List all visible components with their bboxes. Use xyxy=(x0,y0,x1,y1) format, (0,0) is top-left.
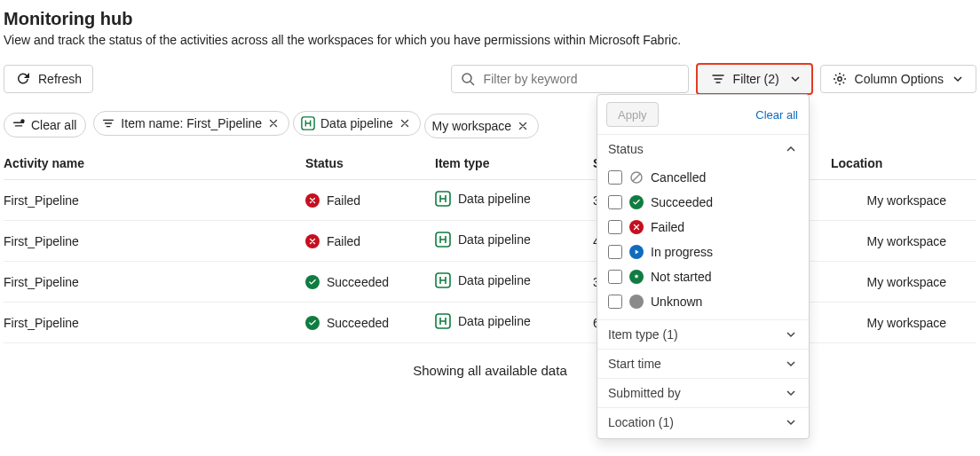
filter-chip[interactable]: My workspace xyxy=(424,114,539,138)
active-filters-row: Clear all Item name: First_Pipeline Data… xyxy=(4,111,976,138)
table-row[interactable]: First_Pipeline Failed Data pipeline 4:15… xyxy=(4,221,976,262)
remove-chip-icon[interactable] xyxy=(517,120,529,132)
filter-section-item-type[interactable]: Item type (1) xyxy=(597,319,809,349)
status-checkbox-cancelled[interactable] xyxy=(608,170,622,185)
filter-chip-label: My workspace xyxy=(432,119,511,133)
cell-activity-name: First_Pipeline xyxy=(4,221,305,262)
col-activity-name[interactable]: Activity name xyxy=(4,147,305,180)
col-location[interactable]: Location xyxy=(831,147,976,180)
cell-status: Failed xyxy=(305,193,360,208)
cell-location: My workspace xyxy=(831,303,976,343)
status-checkbox-inprogress[interactable] xyxy=(608,245,622,259)
column-options-button[interactable]: Column Options xyxy=(820,65,976,93)
filter-button[interactable]: Filter (2) xyxy=(696,63,813,95)
status-option-label: Unknown xyxy=(651,295,702,309)
filter-chip-label: Data pipeline xyxy=(320,116,393,130)
cell-item-type: Data pipeline xyxy=(435,232,531,248)
filter-chip[interactable]: Item name: First_Pipeline xyxy=(93,111,289,136)
status-cancelled-icon xyxy=(629,170,644,185)
filter-section-status[interactable]: Status xyxy=(597,134,809,163)
filter-status-options: Cancelled Succeeded Failed In progress N… xyxy=(597,163,809,319)
keyword-search[interactable] xyxy=(451,65,689,93)
chevron-up-icon xyxy=(784,142,798,156)
filter-section-status-label: Status xyxy=(608,142,644,156)
table-row[interactable]: First_Pipeline Failed Data pipeline 3:40… xyxy=(4,180,976,221)
filter-chip-label: Item name: First_Pipeline xyxy=(121,116,262,130)
data-pipeline-icon xyxy=(435,191,451,207)
status-failed-icon xyxy=(629,220,644,234)
filter-section-submitted-by[interactable]: Submitted by xyxy=(597,378,809,387)
activities-table: Activity name Status Item type Start Loc… xyxy=(4,147,976,343)
chevron-down-icon xyxy=(788,72,802,86)
cell-status: Succeeded xyxy=(305,316,389,330)
table-footer-note: Showing all available data xyxy=(4,363,976,378)
status-option-label: Failed xyxy=(651,220,684,234)
remove-chip-icon[interactable] xyxy=(267,117,280,130)
status-success-icon xyxy=(305,275,320,289)
status-option-failed[interactable]: Failed xyxy=(608,215,798,240)
status-checkbox-failed[interactable] xyxy=(608,220,622,234)
data-pipeline-icon xyxy=(435,313,451,329)
status-checkbox-unknown[interactable] xyxy=(608,295,622,309)
refresh-button[interactable]: Refresh xyxy=(4,65,93,93)
filter-panel: Apply Clear all Status Cancelled Succeed… xyxy=(597,94,810,387)
filter-section-item-type-label: Item type (1) xyxy=(608,327,678,342)
refresh-icon xyxy=(15,71,31,87)
chevron-down-icon xyxy=(784,386,798,387)
remove-chip-icon[interactable] xyxy=(399,117,411,130)
status-option-inprogress[interactable]: In progress xyxy=(608,240,798,264)
col-item-type[interactable]: Item type xyxy=(435,147,593,180)
cell-activity-name: First_Pipeline xyxy=(4,262,305,303)
filter-section-start-time[interactable]: Start time xyxy=(597,349,809,378)
col-status[interactable]: Status xyxy=(305,147,435,180)
status-checkbox-notstarted[interactable] xyxy=(608,270,622,284)
table-row[interactable]: First_Pipeline Succeeded Data pipeline 3… xyxy=(4,262,976,303)
cell-item-type: Data pipeline xyxy=(435,191,531,207)
filter-icon xyxy=(710,71,726,87)
status-option-label: Succeeded xyxy=(651,195,713,209)
chevron-down-icon xyxy=(951,72,965,86)
status-success-icon xyxy=(305,316,320,330)
status-failed-icon xyxy=(305,234,320,248)
filter-label: Filter (2) xyxy=(733,72,779,86)
cell-status: Failed xyxy=(305,234,360,248)
clear-all-chip[interactable]: Clear all xyxy=(4,113,86,138)
data-pipeline-icon xyxy=(435,232,451,248)
chevron-down-icon xyxy=(784,327,798,342)
status-unknown-icon xyxy=(629,295,644,309)
cell-location: My workspace xyxy=(831,180,976,221)
filter-section-submitted-by-label: Submitted by xyxy=(608,386,681,387)
status-option-notstarted[interactable]: Not started xyxy=(608,264,798,289)
status-option-unknown[interactable]: Unknown xyxy=(608,289,798,314)
cell-item-type: Data pipeline xyxy=(435,313,531,329)
filter-clear-all-link[interactable]: Clear all xyxy=(755,108,798,122)
gear-icon xyxy=(832,71,848,87)
pipeline-icon xyxy=(301,116,315,130)
cell-item-type: Data pipeline xyxy=(435,272,531,288)
status-option-succeeded[interactable]: Succeeded xyxy=(608,190,798,215)
status-option-label: Not started xyxy=(651,270,711,284)
filter-chip[interactable]: Data pipeline xyxy=(293,111,421,136)
status-inprogress-icon xyxy=(629,245,644,259)
clear-filters-icon xyxy=(12,118,26,132)
cell-location: My workspace xyxy=(831,262,976,303)
keyword-search-input[interactable] xyxy=(482,71,679,87)
status-option-label: In progress xyxy=(651,245,713,259)
cell-location: My workspace xyxy=(831,221,976,262)
filter-apply-button[interactable]: Apply xyxy=(606,102,659,127)
table-row[interactable]: First_Pipeline Succeeded Data pipeline 6… xyxy=(4,303,976,343)
status-option-cancelled[interactable]: Cancelled xyxy=(608,165,798,190)
cell-activity-name: First_Pipeline xyxy=(4,180,305,221)
chevron-down-icon xyxy=(784,357,798,371)
status-succeeded-icon xyxy=(629,195,644,209)
status-checkbox-succeeded[interactable] xyxy=(608,195,622,209)
status-failed-icon xyxy=(305,193,320,208)
data-pipeline-icon xyxy=(435,272,451,288)
status-option-label: Cancelled xyxy=(651,170,706,185)
search-icon xyxy=(461,72,475,86)
filter-section-start-time-label: Start time xyxy=(608,357,661,371)
filter-icon xyxy=(101,116,115,130)
cell-activity-name: First_Pipeline xyxy=(4,303,305,343)
toolbar: Refresh Filter (2) Column Options xyxy=(4,63,976,95)
refresh-label: Refresh xyxy=(38,72,82,86)
